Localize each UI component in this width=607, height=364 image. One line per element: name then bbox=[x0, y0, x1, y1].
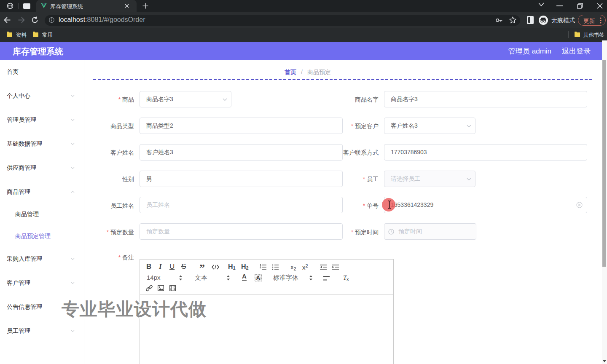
svg-text:A: A bbox=[256, 275, 261, 281]
